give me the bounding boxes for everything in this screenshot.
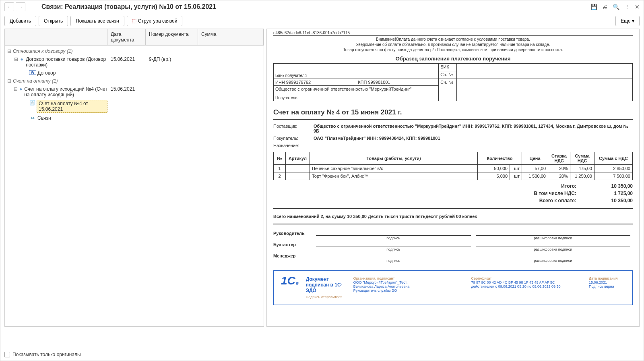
structure-button[interactable]: ⬚Структура связей: [127, 16, 183, 26]
more-button[interactable]: Еще ▾: [615, 16, 640, 26]
arrow-right-icon: →: [19, 4, 23, 9]
table-row: 2Торт "Фрекен бок", Албис™5,000шт1 500,0…: [274, 172, 633, 180]
totals-block: Итого:10 350,00 В том числе НДС:1 725,00…: [273, 183, 633, 204]
preview-panel[interactable]: d485a62d-cdc8-11eb-8136-001a7dda7115 Вни…: [266, 29, 640, 327]
tree-group[interactable]: ⊟Относится к договору (1): [5, 47, 264, 55]
invoice-icon: 🧾: [29, 100, 35, 106]
save-icon[interactable]: 💾: [590, 4, 597, 10]
dot-icon: ●: [19, 86, 23, 92]
sign-manager: Менеджерподписьрасшифровка подписи: [273, 253, 633, 258]
chevron-down-icon: ▾: [632, 18, 634, 24]
originals-checkbox[interactable]: [4, 352, 10, 357]
collapse-icon[interactable]: ⊟: [6, 78, 12, 84]
show-all-button[interactable]: Показать все связи: [70, 16, 124, 26]
col-header-date[interactable]: Дата документа: [107, 29, 146, 45]
nav-back-button[interactable]: ←: [4, 2, 14, 11]
collapse-icon[interactable]: ⊟: [14, 86, 18, 92]
nav-forward-button[interactable]: →: [16, 2, 25, 11]
bank-table: Банк получателяБИК Сч. № ИНН 9999179762К…: [273, 63, 633, 101]
tree-item[interactable]: ⊟●Договор поставки товаров (Договор пост…: [5, 55, 264, 69]
page-title: Связи: Реализация (товары, услуги) №10 о…: [41, 3, 216, 10]
tree-group[interactable]: ⊟Счет на оплату (1): [5, 77, 264, 85]
menu-icon[interactable]: ⋮: [624, 4, 630, 10]
structure-icon: ⬚: [132, 18, 136, 24]
arrow-left-icon: ←: [7, 4, 12, 9]
amount-in-words: Всего наименований 2, на сумму 10 350,00…: [273, 214, 633, 219]
col-header-num[interactable]: Номер документа: [146, 29, 198, 45]
tree-attachment[interactable]: ⇔Связи: [5, 114, 264, 122]
collapse-icon[interactable]: ⊟: [6, 48, 12, 54]
notice-text: Внимание!Оплата данного счета означает с…: [273, 37, 633, 52]
add-button[interactable]: Добавить: [4, 16, 36, 26]
close-icon[interactable]: ✕: [635, 4, 640, 10]
link-icon: ⇔: [29, 115, 36, 121]
originals-label: Показывать только оригиналы: [12, 352, 81, 357]
items-table: №АртикулТовары (работы, услуги) Количест…: [273, 152, 633, 180]
edo-seal: 1Cₑ Документ подписан в 1С-ЭДО Подпись о…: [273, 270, 633, 305]
table-row: 1Печенье сахарное "ванильное" в/с50,000ш…: [274, 165, 633, 172]
dot-icon: ●: [19, 56, 25, 62]
tree-panel: Дата документа Номер документа Сумма ⊟От…: [4, 29, 264, 327]
sign-accountant: Бухгалтерподписьрасшифровка подписи: [273, 242, 633, 247]
search-icon[interactable]: 🔍: [613, 4, 619, 10]
doc-guid: d485a62d-cdc8-11eb-8136-001a7dda7115: [273, 31, 633, 36]
col-header-sum[interactable]: Сумма: [198, 29, 264, 45]
word-icon: W: [29, 70, 36, 75]
open-button[interactable]: Открыть: [39, 16, 68, 26]
sample-title: Образец заполнения платежного поручения: [273, 56, 633, 62]
sign-head: Руководительподписьрасшифровка подписи: [273, 231, 633, 236]
col-header-name[interactable]: [5, 29, 107, 45]
collapse-icon[interactable]: ⊟: [14, 56, 18, 62]
print-icon[interactable]: 🖨: [602, 4, 608, 10]
tree-item[interactable]: ⊟●Счет на оплату исходящий №4 (Счет на о…: [5, 85, 264, 99]
logo-1c-icon: 1Cₑ: [281, 276, 299, 299]
tree-attachment[interactable]: WДоговор: [5, 69, 264, 77]
tree-attachment-selected[interactable]: 🧾Счет на оплату №4 от 15.06.2021: [5, 99, 264, 114]
invoice-title: Счет на оплату № 4 от 15 июня 2021 г.: [273, 108, 633, 116]
